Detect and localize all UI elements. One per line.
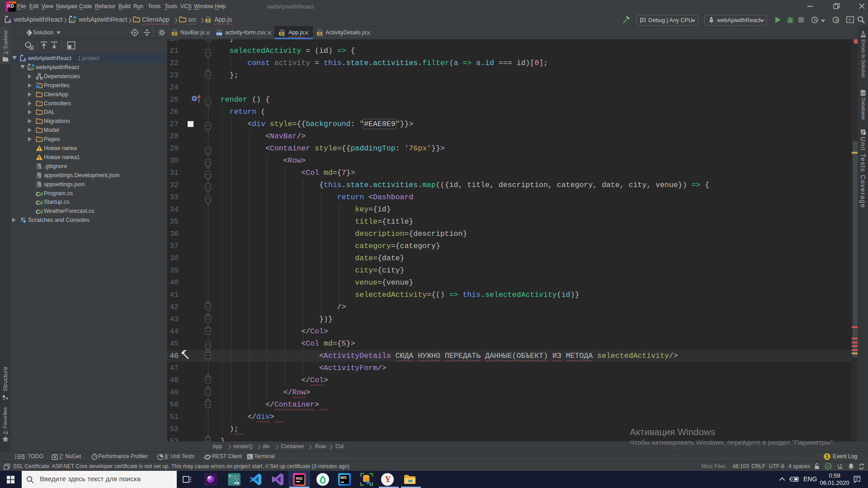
svg-text:JS: JS: [279, 32, 283, 35]
svg-text:#: #: [40, 199, 43, 206]
svg-text:JS: JS: [317, 32, 321, 35]
svg-text:C#: C#: [71, 19, 76, 23]
svg-text:JS: JS: [172, 32, 176, 35]
svg-text:JS: JS: [206, 19, 210, 22]
svg-text:#: #: [40, 190, 43, 197]
svg-text:C#: C#: [29, 66, 34, 71]
svg-text:#: #: [40, 208, 43, 215]
svg-text:CSS: CSS: [217, 32, 222, 35]
